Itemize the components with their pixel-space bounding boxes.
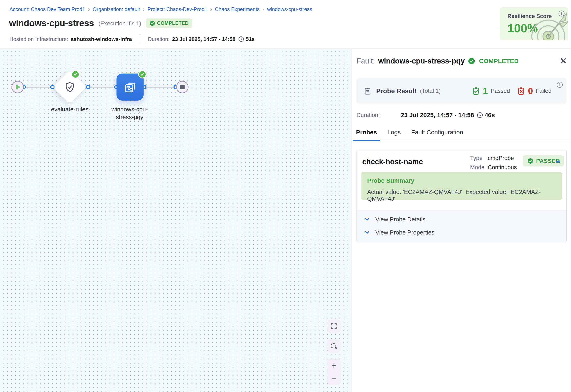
active-tab-underline	[353, 140, 380, 141]
shield-check-icon	[58, 75, 82, 99]
probe-type-value: cmdProbe	[488, 155, 514, 161]
pipeline-start-node[interactable]	[12, 81, 24, 93]
duration-value: 23 Jul 2025, 14:57 - 14:58	[172, 36, 235, 42]
breadcrumb-separator-icon: ›	[88, 6, 90, 13]
fault-panel-tabs: Probes Logs Fault Configuration	[356, 129, 463, 136]
pipeline-canvas[interactable]: evaluate-rules windows-cpu- stress-pqy +…	[0, 49, 351, 392]
pipeline-edge	[88, 87, 117, 88]
breadcrumb-chaos-experiments[interactable]: Chaos Experiments	[215, 6, 260, 12]
fullscreen-icon	[330, 322, 338, 330]
probe-result-card: Probe Result (Total 1) 1 Passed 0 Failed	[357, 78, 567, 104]
probe-card-footer: View Probe Details View Probe Properties	[357, 210, 566, 242]
play-icon	[16, 84, 20, 90]
fault-panel-header: Fault: windows-cpu-stress-pqy COMPLETED …	[357, 57, 567, 65]
view-probe-details-toggle[interactable]: View Probe Details	[357, 213, 566, 226]
zoom-in-button[interactable]: +	[327, 359, 341, 372]
page-header: Account: Chaos Dev Team Prod1 › Organiza…	[0, 0, 571, 49]
edge-port-dot	[50, 85, 55, 89]
fault-label: Fault:	[357, 57, 375, 65]
node-success-check-icon	[71, 70, 80, 78]
fault-duration-elapsed: 46s	[485, 112, 495, 119]
probe-meta: TypecmdProbe ModeContinuous	[470, 154, 517, 172]
probe-result-info-icon[interactable]	[556, 82, 563, 89]
probe-mode-value: Continuous	[488, 164, 517, 170]
duration-label: Duration:	[148, 36, 170, 42]
failed-count: 0	[528, 86, 533, 96]
duration-elapsed: 51s	[246, 36, 255, 42]
chevron-down-icon	[364, 229, 370, 236]
failed-label: Failed	[536, 88, 552, 94]
experiment-title-row: windows-cpu-stress (Execution ID: 1) COM…	[9, 18, 192, 28]
experiment-meta-row: Hosted on Infrastructure: ashutosh-windo…	[9, 35, 255, 43]
breadcrumb-account[interactable]: Account: Chaos Dev Team Prod1	[9, 6, 85, 12]
fault-duration-label: Duration:	[357, 112, 401, 118]
pipeline-end-node[interactable]	[176, 81, 188, 93]
meta-divider	[140, 35, 140, 43]
fault-icon	[123, 80, 137, 94]
app-root: Account: Chaos Dev Team Prod1 › Organiza…	[0, 0, 571, 392]
probe-result-title: Probe Result	[376, 87, 417, 95]
node-label-line2: stress-pqy	[97, 113, 163, 121]
tab-fault-configuration[interactable]: Fault Configuration	[411, 129, 463, 136]
pipeline-edge	[24, 87, 53, 88]
fault-duration-row: Duration: 23 Jul 2025, 14:57 - 14:58 46s	[357, 112, 495, 119]
node-label-windows-cpu-stress-pqy: windows-cpu- stress-pqy	[97, 105, 163, 121]
fault-name: windows-cpu-stress-pqy	[378, 57, 465, 65]
fault-status-text: COMPLETED	[479, 57, 519, 65]
node-windows-cpu-stress-pqy[interactable]	[117, 73, 144, 100]
target-arrow-illustration	[529, 9, 568, 40]
check-circle-icon	[468, 57, 475, 65]
probe-result-counts: 1 Passed 0 Failed	[472, 86, 560, 96]
node-success-check-icon	[138, 70, 147, 78]
zoom-out-button[interactable]: −	[327, 372, 341, 385]
node-evaluate-rules[interactable]	[53, 70, 87, 104]
clipboard-check-icon	[472, 87, 480, 95]
clock-icon	[238, 36, 244, 42]
infrastructure-name: ashutosh-windows-infra	[71, 36, 132, 42]
probe-type-row: TypecmdProbe	[470, 154, 517, 163]
view-probe-properties-label: View Probe Properties	[375, 229, 435, 236]
fault-duration-value: 23 Jul 2025, 14:57 - 14:58	[401, 112, 474, 119]
chevron-down-icon	[364, 216, 370, 223]
check-circle-icon	[150, 20, 155, 26]
probe-card-check-host-name: check-host-name TypecmdProbe ModeContinu…	[357, 150, 567, 242]
resilience-score-card: Resilience Score 100%	[500, 7, 568, 40]
zoom-controls: + −	[327, 359, 341, 385]
probe-summary-text: Actual value: 'EC2AMAZ-QMVAF4J'. Expecte…	[367, 189, 556, 202]
probe-summary-box: Probe Summary Actual value: 'EC2AMAZ-QMV…	[361, 172, 562, 200]
breadcrumb-organization[interactable]: Organization: default	[93, 6, 140, 12]
tab-probes[interactable]: Probes	[356, 129, 377, 136]
passed-count: 1	[483, 86, 488, 96]
view-probe-properties-toggle[interactable]: View Probe Properties	[357, 226, 566, 239]
probe-mode-row: ModeContinuous	[470, 163, 517, 172]
edge-port-dot	[86, 85, 90, 89]
probe-result-total: (Total 1)	[420, 88, 441, 94]
node-label-line1: windows-cpu-	[97, 105, 163, 113]
experiment-status-text: COMPLETED	[157, 20, 189, 26]
passed-label: Passed	[491, 88, 510, 94]
marquee-select-icon	[330, 342, 338, 350]
probe-summary-title: Probe Summary	[367, 177, 556, 184]
fault-details-panel: Fault: windows-cpu-stress-pqy COMPLETED …	[351, 49, 571, 392]
breadcrumb-separator-icon: ›	[143, 6, 145, 13]
marquee-select-button[interactable]	[327, 339, 341, 352]
experiment-status-badge: COMPLETED	[146, 18, 192, 28]
pipeline-edge	[144, 87, 176, 88]
chevron-up-icon[interactable]	[554, 158, 562, 166]
tab-logs[interactable]: Logs	[388, 129, 401, 136]
probe-mode-label: Mode	[470, 163, 488, 172]
close-icon[interactable]: ✕	[560, 57, 567, 65]
tabs-divider	[352, 141, 571, 141]
probe-name: check-host-name	[362, 157, 423, 166]
breadcrumb-current[interactable]: windows-cpu-stress	[267, 6, 312, 12]
breadcrumb: Account: Chaos Dev Team Prod1 › Organiza…	[9, 6, 312, 13]
breadcrumb-separator-icon: ›	[263, 6, 264, 13]
view-probe-details-label: View Probe Details	[375, 216, 425, 223]
fullscreen-button[interactable]	[327, 320, 341, 333]
stop-icon	[180, 85, 185, 89]
clock-icon	[477, 112, 483, 118]
breadcrumb-project[interactable]: Project: Chaos-Dev-Prod1	[148, 6, 207, 12]
probe-type-label: Type	[470, 154, 488, 163]
page-title: windows-cpu-stress	[9, 18, 94, 28]
clipboard-x-icon	[517, 87, 526, 95]
